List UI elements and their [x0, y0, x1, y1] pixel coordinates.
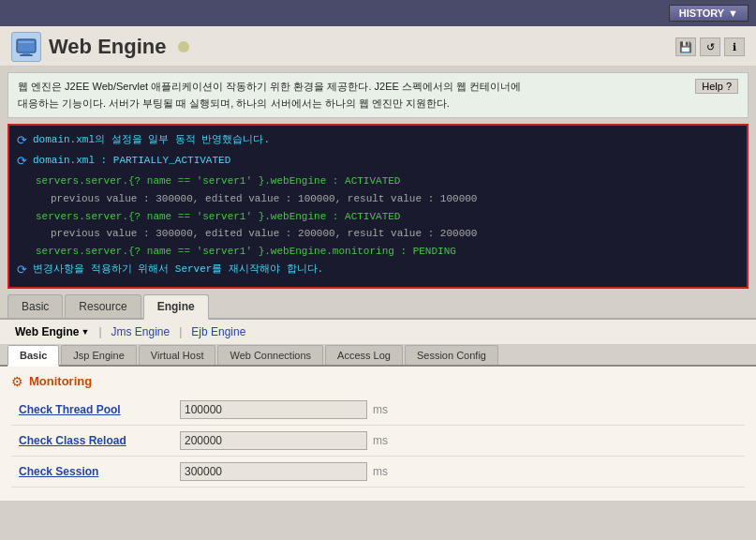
subnav-ejb-engine[interactable]: Ejb Engine — [184, 323, 253, 340]
section-title: Monitoring — [29, 374, 92, 388]
unit-thread-pool: ms — [373, 403, 388, 416]
form-row-class-reload: Check Class Reload ms — [11, 431, 745, 457]
save-button[interactable]: 💾 — [675, 38, 696, 56]
input-wrap-check-session: ms — [180, 462, 388, 481]
history-label: HISTORY — [679, 8, 724, 19]
label-check-class-reload[interactable]: Check Class Reload — [11, 434, 180, 447]
header-actions: 💾 ↺ ℹ — [675, 38, 745, 56]
label-check-session[interactable]: Check Session — [11, 465, 180, 478]
subnav-jms-engine[interactable]: Jms Engine — [104, 323, 178, 340]
page-title-area: Web Engine — [11, 32, 189, 62]
alert-text-5: servers.server.{? name == 'server1' }.we… — [36, 208, 739, 226]
refresh-button[interactable]: ↺ — [700, 38, 720, 56]
alert-icon-2: ⟳ — [17, 152, 27, 172]
input-check-session[interactable] — [180, 462, 367, 481]
subtab-jsp-engine[interactable]: Jsp Engine — [61, 345, 136, 365]
page-header: Web Engine 💾 ↺ ℹ — [0, 26, 756, 67]
input-check-thread-pool[interactable] — [180, 400, 367, 419]
top-bar: HISTORY ▼ — [0, 0, 756, 26]
monitoring-icon: ⚙ — [11, 374, 23, 389]
web-engine-dropdown-icon: ▼ — [81, 327, 89, 337]
alert-text-8: 변경사항을 적용하기 위해서 Server를 재시작해야 합니다. — [33, 261, 323, 278]
sub-nav-sep-2: | — [179, 325, 182, 338]
info-button[interactable]: ℹ — [724, 38, 745, 56]
subtab-virtual-host[interactable]: Virtual Host — [139, 345, 216, 365]
history-dropdown-icon: ▼ — [728, 8, 738, 19]
alert-text-3: servers.server.{? name == 'server1' }.we… — [36, 172, 739, 190]
help-label: Help — [702, 81, 723, 92]
svg-rect-0 — [17, 39, 36, 52]
alert-line-4: previous value : 300000, edited value : … — [17, 190, 739, 208]
unit-check-session: ms — [373, 465, 388, 478]
subtab-basic[interactable]: Basic — [7, 345, 59, 367]
input-wrap-thread-pool: ms — [180, 400, 388, 419]
subtab-session-config[interactable]: Session Config — [405, 345, 498, 365]
title-decoration — [178, 41, 189, 52]
alert-line-5: servers.server.{? name == 'server1' }.we… — [17, 208, 739, 226]
svg-rect-2 — [20, 54, 33, 56]
alert-text-6: previous value : 300000, edited value : … — [51, 225, 739, 243]
info-line2: 대응하는 기능이다. 서버가 부팅될 때 실행되며, 하나의 서버에서는 하나의… — [18, 96, 688, 112]
form-row-thread-pool: Check Thread Pool ms — [11, 400, 745, 426]
main-tabs: Basic Resource Engine — [0, 294, 756, 320]
alert-line-8: ⟳ 변경사항을 적용하기 위해서 Server를 재시작해야 합니다. — [17, 261, 739, 281]
alert-box: ⟳ domain.xml의 설정을 일부 동적 반영했습니다. ⟳ domain… — [7, 124, 749, 289]
page-icon — [11, 32, 41, 62]
form-row-check-session: Check Session ms — [11, 462, 745, 488]
alert-line-3: servers.server.{? name == 'server1' }.we… — [17, 172, 739, 190]
history-button[interactable]: HISTORY ▼ — [669, 5, 749, 22]
tab-basic[interactable]: Basic — [7, 294, 63, 318]
alert-text-7: servers.server.{? name == 'server1' }.we… — [36, 243, 739, 261]
sub-nav-sep-1: | — [98, 325, 101, 338]
help-icon: ? — [726, 81, 732, 92]
alert-text-2: domain.xml : PARTIALLY_ACTIVATED — [33, 152, 230, 170]
help-button[interactable]: Help ? — [695, 79, 738, 94]
label-check-thread-pool[interactable]: Check Thread Pool — [11, 403, 180, 416]
alert-line-1: ⟳ domain.xml의 설정을 일부 동적 반영했습니다. — [17, 131, 739, 152]
sub-nav: Web Engine ▼ | Jms Engine | Ejb Engine — [0, 320, 756, 345]
section-header: ⚙ Monitoring — [11, 374, 745, 393]
input-wrap-class-reload: ms — [180, 431, 388, 450]
page-title: Web Engine — [49, 35, 167, 59]
info-text: 웹 엔진은 J2EE Web/Servlet 애플리케이션이 작동하기 위한 환… — [18, 79, 688, 112]
alert-line-6: previous value : 300000, edited value : … — [17, 225, 739, 243]
subnav-web-engine[interactable]: Web Engine ▼ — [7, 323, 96, 340]
info-box: 웹 엔진은 J2EE Web/Servlet 애플리케이션이 작동하기 위한 환… — [7, 72, 749, 118]
tab-engine[interactable]: Engine — [143, 294, 209, 320]
alert-icon-8: ⟳ — [17, 261, 27, 281]
alert-text-4: previous value : 300000, edited value : … — [51, 190, 739, 208]
info-line1: 웹 엔진은 J2EE Web/Servlet 애플리케이션이 작동하기 위한 환… — [18, 79, 688, 96]
tab-resource[interactable]: Resource — [65, 294, 141, 318]
sub-tabs: Basic Jsp Engine Virtual Host Web Connec… — [0, 345, 756, 367]
subtab-web-connections[interactable]: Web Connections — [217, 345, 323, 365]
input-check-class-reload[interactable] — [180, 431, 367, 450]
alert-line-7: servers.server.{? name == 'server1' }.we… — [17, 243, 739, 261]
unit-class-reload: ms — [373, 434, 388, 447]
alert-icon-1: ⟳ — [17, 131, 27, 152]
content-area: ⚙ Monitoring Check Thread Pool ms Check … — [0, 367, 756, 501]
alert-text-1: domain.xml의 설정을 일부 동적 반영했습니다. — [33, 131, 270, 149]
subtab-access-log[interactable]: Access Log — [325, 345, 403, 365]
alert-line-2: ⟳ domain.xml : PARTIALLY_ACTIVATED — [17, 152, 739, 172]
